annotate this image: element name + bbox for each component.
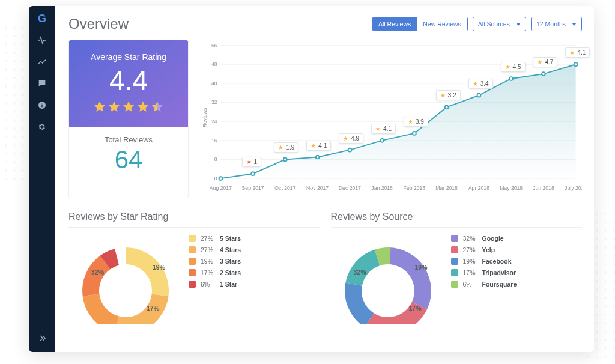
main-content: Overview All Reviews New Reviews All Sou…	[55, 6, 594, 352]
star-icon	[122, 100, 135, 116]
avg-rating-stars	[75, 100, 182, 116]
logo-g-icon[interactable]: G	[35, 12, 49, 25]
svg-text:24: 24	[211, 118, 217, 124]
info-icon[interactable]	[35, 99, 49, 112]
legend-swatch	[189, 246, 196, 253]
expand-icon[interactable]	[35, 332, 49, 345]
donut-source-chart: 32%19%17%	[331, 234, 445, 324]
legend-swatch	[451, 235, 458, 242]
review-segment: All Reviews New Reviews	[372, 17, 468, 31]
svg-rect-1	[41, 105, 42, 108]
panel-reviews-by-rating: Reviews by Star Rating 32%19%17% 27%5 St…	[68, 211, 320, 324]
chart-point-label: ★3.9	[404, 117, 428, 127]
chart-point-label: ★4.1	[371, 124, 396, 134]
donut-slice-label: 19%	[415, 264, 428, 271]
donut-rating-chart: 32%19%17%	[68, 234, 183, 324]
legend-swatch	[451, 281, 458, 288]
chart-point-label: ★3.4	[468, 79, 493, 89]
total-reviews-label: Total Reviews	[75, 135, 182, 144]
svg-point-37	[380, 139, 384, 142]
legend-swatch	[189, 269, 196, 276]
svg-text:Jun 2018: Jun 2018	[533, 185, 554, 191]
chart-point-label: ★1.9	[274, 142, 298, 153]
star-icon	[108, 100, 121, 116]
star-icon: ★	[537, 59, 542, 65]
svg-text:Dec 2017: Dec 2017	[339, 185, 361, 191]
trend-icon[interactable]	[35, 55, 49, 68]
svg-text:0: 0	[214, 175, 217, 181]
legend-rating: 27%5 Stars27%4 Stars19%3 Stars17%2 Stars…	[189, 234, 320, 288]
legend-swatch	[189, 235, 196, 242]
legend-swatch	[189, 258, 196, 265]
segment-all-reviews[interactable]: All Reviews	[372, 17, 417, 31]
summary-cards: Average Star Rating 4.4 Total Reviews 64	[68, 40, 189, 198]
chart-point-label: ★3.2	[436, 90, 461, 100]
svg-text:May 2018: May 2018	[500, 185, 523, 191]
star-icon: ★	[440, 92, 446, 99]
svg-point-40	[477, 94, 481, 97]
chart-point-label: ★4.1	[306, 141, 331, 151]
legend-item: 27%Yelp	[451, 246, 583, 253]
chevron-down-icon	[516, 23, 521, 26]
legend-item: 6%1 Star	[189, 281, 320, 288]
svg-point-34	[283, 158, 287, 162]
donut-slice-label: 19%	[153, 264, 165, 271]
pulse-icon[interactable]	[35, 34, 49, 47]
star-icon: ★	[311, 142, 316, 149]
gear-icon[interactable]	[35, 120, 49, 133]
svg-text:Feb 2018: Feb 2018	[404, 185, 426, 191]
donut-slice-label: 17%	[147, 305, 159, 312]
chevron-down-icon	[572, 23, 577, 26]
legend-item: 32%Google	[451, 235, 583, 242]
total-reviews-value: 64	[75, 145, 182, 174]
star-icon: ★	[343, 135, 348, 142]
donut-slice-label: 32%	[354, 268, 366, 276]
segment-new-reviews[interactable]: New Reviews	[417, 17, 467, 31]
donut-slice-label: 32%	[91, 268, 104, 276]
star-icon	[93, 100, 106, 116]
svg-point-35	[316, 156, 320, 159]
chat-icon[interactable]	[35, 77, 49, 90]
panel-reviews-by-source: Reviews by Source 32%19%17% 32%Google27%…	[331, 211, 583, 324]
star-icon: ★	[278, 144, 283, 151]
legend-item: 27%5 Stars	[189, 235, 320, 242]
svg-point-41	[509, 77, 513, 80]
svg-text:Nov 2017: Nov 2017	[306, 185, 329, 191]
svg-point-38	[413, 132, 416, 135]
app-window: G Overview All Reviews New Reviews All S…	[29, 6, 594, 352]
svg-text:Oct 2017: Oct 2017	[274, 185, 295, 191]
svg-text:Sep 2017: Sep 2017	[242, 185, 264, 191]
svg-text:56: 56	[211, 43, 217, 49]
svg-text:July 2018: July 2018	[565, 185, 582, 191]
legend-swatch	[189, 281, 196, 288]
chart-point-label: ★4.5	[501, 62, 526, 72]
svg-point-32	[219, 177, 223, 180]
svg-point-33	[251, 172, 255, 175]
svg-text:8: 8	[214, 156, 217, 162]
panel-title-rating: Reviews by Star Rating	[68, 211, 320, 228]
card-average-rating: Average Star Rating 4.4	[69, 40, 188, 127]
period-dropdown[interactable]: 12 Months	[531, 17, 582, 31]
sidebar: G	[29, 6, 55, 352]
star-icon: ★	[569, 49, 575, 56]
svg-point-36	[348, 148, 352, 152]
chart-point-label: ★1	[242, 157, 262, 167]
svg-point-43	[574, 62, 578, 66]
header-filters: All Reviews New Reviews All Sources 12 M…	[372, 17, 582, 31]
svg-point-42	[542, 72, 545, 76]
star-icon: ★	[246, 159, 252, 165]
avg-rating-label: Average Star Rating	[75, 52, 182, 62]
svg-text:40: 40	[211, 80, 217, 86]
donut-slice-label: 17%	[409, 305, 422, 312]
star-icon: ★	[505, 64, 510, 70]
star-icon	[136, 100, 150, 116]
star-icon: ★	[473, 80, 478, 87]
svg-text:32: 32	[211, 99, 217, 105]
legend-item: 17%Tripadvisor	[451, 269, 583, 276]
sources-dropdown[interactable]: All Sources	[473, 17, 526, 31]
legend-item: 6%Foursquare	[451, 281, 583, 288]
svg-text:Jan 2018: Jan 2018	[371, 185, 393, 191]
svg-point-39	[445, 106, 449, 109]
legend-swatch	[451, 258, 458, 265]
chart-point-label: ★4.7	[533, 57, 557, 67]
